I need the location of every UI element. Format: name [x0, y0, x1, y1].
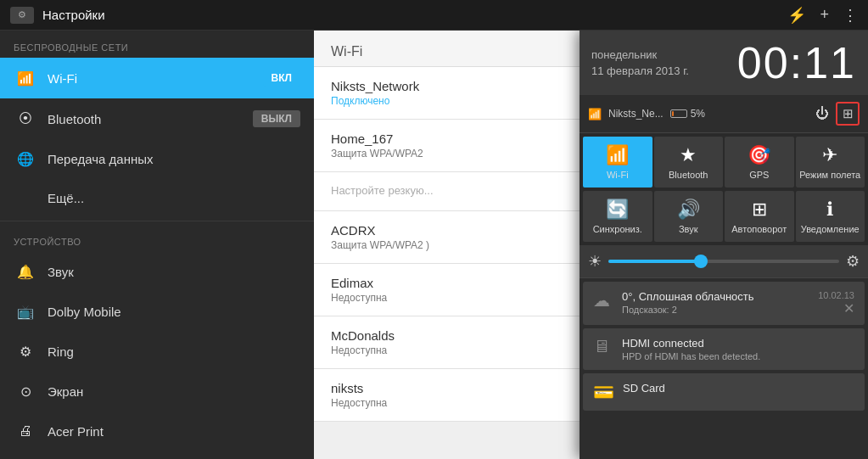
quick-btn-notif[interactable]: ℹ Уведомление: [796, 191, 865, 242]
more-label: Ещё...: [48, 191, 300, 205]
dolby-label: Dolby Mobile: [48, 305, 300, 319]
top-bar: ⚙ Настройки ⚡ + ⋮: [0, 0, 868, 31]
quick-sound-label: Звук: [679, 224, 698, 234]
bluetooth-label: Bluetooth: [48, 112, 253, 126]
clock-date: понедельник 11 февраля 2013 г.: [591, 47, 689, 80]
quick-btn-gps[interactable]: 🎯 GPS: [725, 137, 794, 188]
brightness-slider[interactable]: [608, 260, 839, 263]
battery-pct: 5%: [691, 108, 705, 120]
weather-date: 10.02.13: [818, 290, 854, 300]
clock-time: 00:11: [737, 41, 856, 85]
action-more[interactable]: ⋮: [843, 6, 858, 25]
content-area: Wi-Fi Niksts_Network Подключено Home_167…: [314, 31, 868, 459]
sidebar-item-acer[interactable]: 🖨 Acer Print: [0, 411, 314, 451]
divider-device: [0, 221, 314, 221]
sound-icon: 🔔: [14, 264, 37, 280]
sound-label: Звук: [48, 265, 300, 279]
screen-icon: ⊙: [14, 383, 37, 400]
clock-full-date: 11 февраля 2013 г.: [591, 64, 689, 77]
sidebar-item-memory[interactable]: ≡ Память: [0, 451, 314, 459]
quick-btn-rotate[interactable]: ⊞ Автоповорот: [725, 191, 794, 242]
action-bolt[interactable]: ⚡: [787, 6, 806, 25]
weather-body: 0°, Сплошная облачность Подсказок: 2: [622, 290, 809, 315]
brightness-row: ☀ ⚙: [580, 245, 868, 278]
notification-panel: понедельник 11 февраля 2013 г. 00:11 📶 N…: [580, 31, 868, 459]
sidebar-item-wifi[interactable]: 📶 Wi-Fi ВКЛ: [0, 58, 314, 98]
notif-hdmi: 🖥 HDMI connected HPD of HDMI has been de…: [583, 328, 865, 370]
quick-toggles-row2: 🔄 Синхрониз. 🔊 Звук ⊞ Автоповорот ℹ Увед…: [580, 191, 868, 245]
quick-wifi-label: Wi-Fi: [607, 170, 629, 180]
quick-btn-sound[interactable]: 🔊 Звук: [654, 191, 724, 242]
quick-sync-icon: 🔄: [606, 199, 629, 221]
quick-rotate-label: Автоповорот: [731, 224, 787, 234]
wifi-label: Wi-Fi: [48, 71, 263, 86]
sdcard-body: SD Card: [623, 382, 854, 395]
action-add[interactable]: +: [820, 6, 829, 24]
status-row: 📶 Niksts_Ne... 5% ⏻ ⊞: [580, 95, 868, 133]
wifi-icon: 📶: [14, 70, 37, 87]
quick-btn-bluetooth[interactable]: ★ Bluetooth: [654, 137, 724, 188]
app-title: Настройки: [42, 8, 787, 22]
quick-sound-icon: 🔊: [677, 199, 700, 221]
wifi-toggle[interactable]: ВКЛ: [263, 70, 300, 87]
data-label: Передача данных: [48, 152, 300, 166]
section-device: УСТРОЙСТВО: [0, 225, 314, 252]
sidebar-item-screen[interactable]: ⊙ Экран: [0, 372, 314, 411]
quick-btn-wifi[interactable]: 📶 Wi-Fi: [583, 137, 652, 188]
weather-sub: Подсказок: 2: [622, 305, 809, 315]
power-icon[interactable]: ⏻: [815, 106, 829, 121]
status-wifi-label: Niksts_Ne...: [608, 108, 664, 120]
quick-notif-label: Уведомление: [801, 224, 860, 234]
notif-weather: ☁ 0°, Сплошная облачность Подсказок: 2 1…: [583, 282, 865, 325]
weather-title: 0°, Сплошная облачность: [622, 290, 809, 303]
notif-sdcard: 💳 SD Card: [583, 373, 865, 411]
quick-notif-icon: ℹ: [826, 199, 833, 221]
quick-rotate-icon: ⊞: [752, 199, 767, 221]
brightness-icon: ☀: [588, 252, 602, 271]
sidebar-item-sound[interactable]: 🔔 Звук: [0, 252, 314, 292]
weather-icon: ☁: [593, 290, 613, 311]
sidebar-item-more[interactable]: Ещё...: [0, 179, 314, 217]
hdmi-title: HDMI connected: [622, 337, 854, 350]
quick-btn-airplane[interactable]: ✈ Режим полета: [796, 137, 865, 188]
dolby-icon: 📺: [14, 304, 37, 320]
ring-label: Ring: [48, 344, 300, 359]
sdcard-icon: 💳: [593, 382, 614, 402]
app-icon: ⚙: [10, 7, 34, 24]
quick-airplane-icon: ✈: [822, 144, 837, 166]
sidebar-item-data[interactable]: 🌐 Передача данных: [0, 139, 314, 179]
quick-wifi-icon: 📶: [606, 144, 629, 166]
screen-label: Экран: [48, 384, 300, 399]
brightness-fill: [608, 260, 701, 263]
battery-status: 5%: [670, 108, 809, 120]
quick-airplane-label: Режим полета: [799, 170, 860, 180]
quick-sync-label: Синхрониз.: [593, 224, 642, 234]
brightness-settings-icon[interactable]: ⚙: [846, 252, 860, 271]
main-layout: БЕСПРОВОДНЫЕ СЕТИ 📶 Wi-Fi ВКЛ ⦿ Bluetoot…: [0, 31, 868, 459]
quick-btn-sync[interactable]: 🔄 Синхрониз.: [583, 191, 652, 242]
acer-label: Acer Print: [48, 424, 300, 439]
quick-bluetooth-icon: ★: [680, 144, 697, 166]
brightness-thumb: [694, 255, 708, 268]
hdmi-icon: 🖥: [593, 337, 613, 356]
hdmi-body: HDMI connected HPD of HDMI has been dete…: [622, 337, 854, 361]
ring-icon: ⚙: [14, 344, 37, 360]
sidebar: БЕСПРОВОДНЫЕ СЕТИ 📶 Wi-Fi ВКЛ ⦿ Bluetoot…: [0, 31, 314, 459]
section-wireless: БЕСПРОВОДНЫЕ СЕТИ: [0, 31, 314, 58]
battery-bar: [670, 109, 687, 118]
battery-fill: [672, 111, 675, 116]
sdcard-title: SD Card: [623, 382, 854, 395]
bluetooth-icon: ⦿: [14, 111, 37, 126]
quick-gps-icon: 🎯: [748, 144, 770, 166]
sidebar-item-dolby[interactable]: 📺 Dolby Mobile: [0, 292, 314, 332]
quick-gps-label: GPS: [749, 170, 769, 180]
weather-meta: 10.02.13 ✕: [818, 290, 854, 316]
sidebar-item-bluetooth[interactable]: ⦿ Bluetooth ВЫКЛ: [0, 98, 314, 139]
weather-close[interactable]: ✕: [843, 301, 854, 316]
bluetooth-toggle[interactable]: ВЫКЛ: [253, 110, 300, 127]
hdmi-sub: HPD of HDMI has been detected.: [622, 351, 854, 361]
quick-bluetooth-label: Bluetooth: [669, 170, 708, 180]
acer-icon: 🖨: [14, 423, 37, 439]
sidebar-item-ring[interactable]: ⚙ Ring: [0, 332, 314, 372]
quick-settings-button[interactable]: ⊞: [836, 102, 860, 126]
